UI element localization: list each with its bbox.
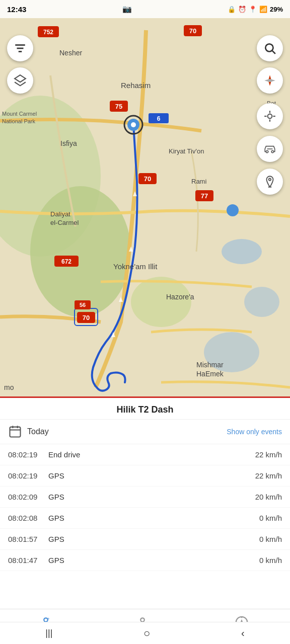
svg-point-48 <box>227 204 239 216</box>
event-time: 08:02:09 <box>8 493 48 501</box>
event-row: 08:01:57 GPS 0 km/h <box>0 529 290 550</box>
svg-text:Daliyat: Daliyat <box>50 210 70 218</box>
svg-text:77: 77 <box>201 192 208 200</box>
map-area[interactable]: 6 752 70 75 70 77 672 70 56 <box>0 0 290 397</box>
filter-button[interactable] <box>7 35 33 61</box>
svg-point-62 <box>269 179 271 181</box>
event-time: 08:01:47 <box>8 556 48 565</box>
svg-marker-52 <box>15 75 26 82</box>
status-time: 12:43 <box>7 5 26 14</box>
panel-title: Hilik T2 Dash <box>0 397 290 420</box>
svg-point-53 <box>265 44 273 51</box>
pin-location-button[interactable] <box>257 169 283 195</box>
svg-text:Yokne'am Illit: Yokne'am Illit <box>113 262 158 271</box>
sys-nav-recent-button[interactable]: ||| <box>45 628 52 638</box>
sys-nav-home-button[interactable]: ○ <box>143 627 150 640</box>
svg-marker-56 <box>264 79 275 83</box>
event-row: 08:02:19 End drive 22 km/h <box>0 444 290 465</box>
event-time: 08:02:19 <box>8 471 48 480</box>
event-speed: 20 km/h <box>255 493 282 501</box>
svg-rect-64 <box>10 427 21 437</box>
svg-text:National Park: National Park <box>2 118 36 124</box>
event-row: 08:02:08 GPS 0 km/h <box>0 508 290 529</box>
svg-point-4 <box>222 239 262 264</box>
event-time: 08:01:57 <box>8 535 48 543</box>
lock-icon: 🔒 <box>228 6 236 13</box>
event-type: GPS <box>48 471 255 480</box>
svg-text:70: 70 <box>189 27 196 35</box>
event-time: 08:02:19 <box>8 450 48 459</box>
svg-text:Rami: Rami <box>191 178 206 185</box>
event-type: End drive <box>48 450 255 459</box>
svg-text:56: 56 <box>80 302 86 308</box>
svg-point-5 <box>244 287 279 317</box>
date-label: Today <box>27 427 49 436</box>
svg-text:6: 6 <box>157 115 161 122</box>
event-speed: 22 km/h <box>255 471 282 480</box>
svg-point-47 <box>131 122 136 127</box>
event-speed: 0 km/h <box>259 514 282 522</box>
event-type: GPS <box>48 556 259 565</box>
sys-nav-back-button[interactable]: ‹ <box>241 627 245 639</box>
event-row: 08:01:47 GPS 0 km/h <box>0 550 290 571</box>
svg-line-54 <box>272 51 275 54</box>
show-events-link[interactable]: Show only events <box>227 428 282 436</box>
svg-text:HaEmek: HaEmek <box>196 370 224 378</box>
event-type: GPS <box>48 493 255 501</box>
battery-text: 29% <box>270 6 283 13</box>
svg-point-70 <box>47 618 49 620</box>
event-speed: 22 km/h <box>255 450 282 459</box>
alarm-icon: ⏰ <box>238 6 246 13</box>
svg-text:Hazore'a: Hazore'a <box>166 293 194 301</box>
layers-button[interactable] <box>7 67 33 94</box>
my-location-button[interactable] <box>257 103 283 129</box>
status-camera-icon: 📷 <box>122 5 132 14</box>
svg-text:mo: mo <box>4 383 14 391</box>
svg-text:75: 75 <box>115 103 122 110</box>
event-time: 08:02:08 <box>8 514 48 522</box>
status-bar: 12:43 📷 🔒 ⏰ 📍 📶 29% <box>0 0 290 18</box>
svg-text:Kiryat Tiv'on: Kiryat Tiv'on <box>169 147 204 155</box>
events-list: 08:02:19 End drive 22 km/h 08:02:19 GPS … <box>0 444 290 609</box>
event-type: GPS <box>48 514 259 522</box>
date-left: Today <box>8 425 49 439</box>
svg-point-3 <box>131 277 191 327</box>
map-panel-divider <box>0 396 290 398</box>
search-button[interactable] <box>257 35 283 61</box>
svg-text:el-Carmel: el-Carmel <box>50 219 79 226</box>
event-speed: 0 km/h <box>259 556 282 565</box>
wifi-icon: 📶 <box>259 6 267 13</box>
date-row: Today Show only events <box>0 420 290 444</box>
svg-text:Isfiya: Isfiya <box>60 139 77 147</box>
calendar-icon <box>8 425 22 439</box>
svg-text:70: 70 <box>83 314 90 321</box>
event-type: GPS <box>48 535 259 543</box>
svg-text:672: 672 <box>61 258 71 265</box>
status-icons: 🔒 ⏰ 📍 📶 29% <box>228 6 283 13</box>
svg-text:Rehasim: Rehasim <box>121 81 151 90</box>
svg-text:Nesher: Nesher <box>59 49 82 57</box>
svg-text:752: 752 <box>43 29 53 36</box>
event-speed: 0 km/h <box>259 535 282 543</box>
event-row: 08:02:19 GPS 22 km/h <box>0 465 290 487</box>
event-row: 08:02:09 GPS 20 km/h <box>0 487 290 508</box>
location-icon: 📍 <box>249 6 257 13</box>
svg-point-2 <box>30 186 131 317</box>
svg-text:Mishmar: Mishmar <box>196 361 224 369</box>
svg-point-71 <box>140 618 144 622</box>
car-button[interactable] <box>257 136 283 162</box>
bottom-panel: Hilik T2 Dash Today Show only events 08:… <box>0 397 290 609</box>
compass-button[interactable] <box>257 67 283 94</box>
system-nav-bar: ||| ○ ‹ <box>0 622 290 644</box>
svg-text:Mount Carmel: Mount Carmel <box>2 111 37 117</box>
svg-point-57 <box>268 114 272 119</box>
svg-point-68 <box>44 618 48 622</box>
svg-text:70: 70 <box>144 175 151 183</box>
